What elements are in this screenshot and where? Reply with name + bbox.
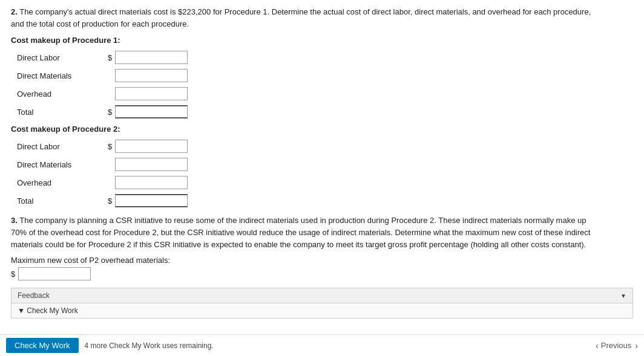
direct-labor-label-p2: Direct Labor <box>17 142 108 151</box>
procedure2-title: Cost makeup of Procedure 2: <box>11 125 633 134</box>
overhead-input-p2[interactable] <box>115 176 188 189</box>
total-input-p1[interactable] <box>115 105 188 118</box>
question3-text: 3. The company is planning a CSR initiat… <box>11 215 633 251</box>
direct-materials-label-p1: Direct Materials <box>17 71 108 80</box>
max-cost-label: Maximum new cost of P2 overhead material… <box>11 256 633 265</box>
overhead-label-p1: Overhead <box>17 89 108 99</box>
direct-labor-input-p2[interactable] <box>115 140 188 153</box>
procedure2-table: Direct Labor $ Direct Materials Overhead… <box>17 138 633 209</box>
total-label-p2: Total <box>17 196 108 206</box>
table-row: Total $ <box>17 104 633 120</box>
main-content: 2. The company's actual direct materials… <box>0 0 644 319</box>
table-row: Direct Labor $ <box>17 138 633 154</box>
question2-text: 2. The company's actual direct materials… <box>11 6 633 30</box>
max-cost-row: $ <box>11 267 633 280</box>
max-cost-input[interactable] <box>18 267 91 280</box>
feedback-arrow-icon: ▼ <box>620 293 626 299</box>
check-my-work-button[interactable]: Check My Work <box>6 338 79 353</box>
question3-line1: The company is planning a CSR initiative… <box>19 216 586 225</box>
direct-labor-label-p1: Direct Labor <box>17 53 108 62</box>
question3-line2: 70% of the overhead cost for Procedure 2… <box>11 228 590 237</box>
direct-materials-input-p1[interactable] <box>115 69 188 82</box>
question2-line2: and the total cost of production for eac… <box>11 19 189 28</box>
feedback-label: Feedback <box>18 291 50 300</box>
procedure1-title: Cost makeup of Procedure 1: <box>11 36 633 45</box>
overhead-label-p2: Overhead <box>17 178 108 187</box>
direct-labor-input-p1[interactable] <box>115 51 188 64</box>
footer-remaining-text: 4 more Check My Work uses remaining. <box>85 341 214 350</box>
footer-bar: Check My Work 4 more Check My Work uses … <box>0 334 644 356</box>
procedure1-table: Direct Labor $ Direct Materials Overhead… <box>17 50 633 120</box>
direct-materials-input-p2[interactable] <box>115 158 188 171</box>
table-row: Direct Labor $ <box>17 50 633 65</box>
table-row: Direct Materials <box>17 157 633 172</box>
question3-line3: materials could be for Procedure 2 if th… <box>11 240 586 249</box>
chevron-left-icon: ‹ <box>596 341 599 351</box>
previous-label: Previous <box>601 341 632 350</box>
feedback-section: Feedback ▼ ▼ Check My Work <box>11 288 633 319</box>
overhead-input-p1[interactable] <box>115 87 188 100</box>
table-row: Direct Materials <box>17 68 633 83</box>
table-row: Total $ <box>17 193 633 209</box>
feedback-header[interactable]: Feedback ▼ <box>12 288 632 303</box>
check-my-work-inner[interactable]: ▼ Check My Work <box>12 303 632 318</box>
table-row: Overhead <box>17 175 633 190</box>
table-row: Overhead <box>17 86 633 102</box>
direct-materials-label-p2: Direct Materials <box>17 160 108 169</box>
total-input-p2[interactable] <box>115 194 188 207</box>
footer-right: ‹ Previous › <box>596 341 638 351</box>
chevron-right-icon: › <box>635 341 638 351</box>
previous-button[interactable]: ‹ Previous <box>596 341 631 351</box>
footer-left: Check My Work 4 more Check My Work uses … <box>6 338 214 353</box>
total-label-p1: Total <box>17 108 108 117</box>
check-my-work-inner-label: ▼ Check My Work <box>18 306 78 315</box>
question2-line1: 2. The company's actual direct materials… <box>11 7 591 16</box>
